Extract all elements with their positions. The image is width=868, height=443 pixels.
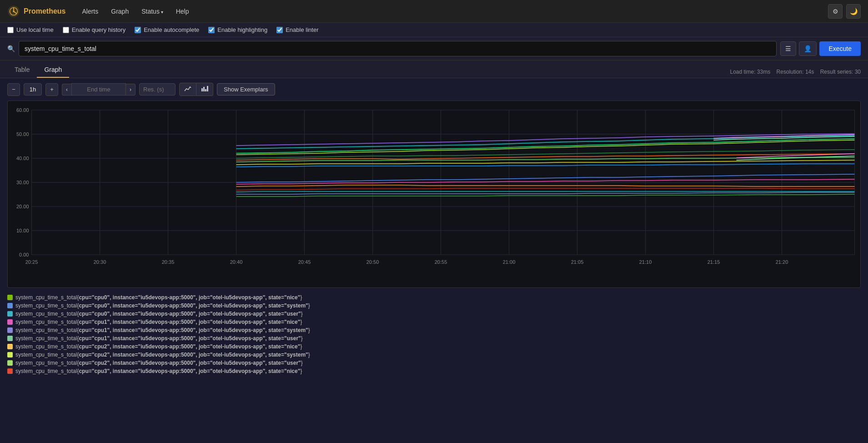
options-bar: Use local time Enable query history Enab… [0, 23, 868, 37]
duration-minus-button[interactable]: − [7, 83, 20, 96]
legend: system_cpu_time_s_total{cpu="cpu0", inst… [0, 288, 868, 381]
svg-text:20.00: 20.00 [16, 204, 29, 209]
nav-links: Alerts Graph Status Help [76, 5, 828, 18]
legend-color-swatch [7, 327, 13, 333]
search-input[interactable] [19, 41, 777, 56]
svg-rect-7 [9, 101, 859, 287]
enable-autocomplete-label: Enable autocomplete [144, 26, 199, 33]
metric-explore-button[interactable]: 👤 [799, 41, 817, 56]
svg-text:40.00: 40.00 [16, 156, 29, 161]
legend-color-swatch [7, 319, 13, 325]
duration-plus-button[interactable]: + [45, 83, 58, 96]
graph-controls: − 1h + ‹ › Show Exemplars [0, 78, 868, 101]
legend-text: system_cpu_time_s_total{cpu="cpu1", inst… [15, 327, 310, 333]
legend-color-swatch [7, 360, 13, 366]
enable-autocomplete-option[interactable]: Enable autocomplete [135, 26, 199, 33]
legend-item: system_cpu_time_s_total{cpu="cpu1", inst… [7, 318, 861, 326]
enable-linter-option[interactable]: Enable linter [276, 26, 318, 33]
svg-text:60.00: 60.00 [16, 107, 29, 113]
legend-text: system_cpu_time_s_total{cpu="cpu1", inst… [15, 335, 303, 342]
svg-text:10.00: 10.00 [16, 228, 29, 233]
legend-color-swatch [7, 368, 13, 374]
svg-text:20:30: 20:30 [94, 259, 106, 265]
prometheus-logo-icon [7, 5, 20, 18]
legend-item: system_cpu_time_s_total{cpu="cpu3", inst… [7, 367, 861, 375]
nav-alerts[interactable]: Alerts [76, 5, 104, 18]
legend-color-swatch [7, 303, 13, 308]
svg-text:21:10: 21:10 [639, 259, 652, 265]
legend-item: system_cpu_time_s_total{cpu="cpu2", inst… [7, 342, 861, 351]
enable-highlighting-option[interactable]: Enable highlighting [208, 26, 267, 33]
svg-text:30.00: 30.00 [16, 180, 29, 185]
tab-table[interactable]: Table [7, 62, 37, 78]
svg-text:20:50: 20:50 [366, 259, 379, 265]
navbar: Prometheus Alerts Graph Status Help ⚙ 🌙 [0, 0, 868, 23]
chart-container: 60.00 50.00 40.00 30.00 20.00 10.00 0.00… [7, 101, 861, 288]
svg-text:21:15: 21:15 [707, 259, 720, 265]
load-time: Load time: 33ms [730, 69, 771, 75]
svg-rect-4 [203, 87, 205, 91]
legend-item: system_cpu_time_s_total{cpu="cpu0", inst… [7, 310, 861, 318]
legend-item: system_cpu_time_s_total{cpu="cpu1", inst… [7, 334, 861, 342]
brand-name: Prometheus [24, 7, 65, 15]
legend-item: system_cpu_time_s_total{cpu="cpu2", inst… [7, 359, 861, 367]
svg-text:21:05: 21:05 [571, 259, 584, 265]
enable-highlighting-label: Enable highlighting [217, 26, 267, 33]
enable-linter-label: Enable linter [286, 26, 318, 33]
theme-button[interactable]: 🌙 [846, 4, 861, 19]
svg-text:20:25: 20:25 [25, 259, 38, 265]
legend-text: system_cpu_time_s_total{cpu="cpu2", inst… [15, 352, 310, 358]
chart-svg: 60.00 50.00 40.00 30.00 20.00 10.00 0.00… [8, 101, 860, 287]
nav-status[interactable]: Status [136, 5, 168, 18]
end-time-group: ‹ › [62, 83, 135, 96]
settings-button[interactable]: ⚙ [828, 4, 843, 19]
show-exemplars-button[interactable]: Show Exemplars [217, 83, 275, 96]
legend-text: system_cpu_time_s_total{cpu="cpu1", inst… [15, 319, 302, 325]
bar-chart-button[interactable] [196, 83, 213, 96]
legend-text: system_cpu_time_s_total{cpu="cpu2", inst… [15, 343, 302, 350]
use-local-time-option[interactable]: Use local time [7, 26, 54, 33]
search-bar: 🔍 ☰ 👤 Execute [0, 37, 868, 60]
bar-chart-icon [201, 86, 208, 92]
legend-color-swatch [7, 336, 13, 341]
svg-text:21:00: 21:00 [503, 259, 516, 265]
legend-text: system_cpu_time_s_total{cpu="cpu0", inst… [15, 302, 310, 309]
legend-item: system_cpu_time_s_total{cpu="cpu0", inst… [7, 293, 861, 302]
line-chart-button[interactable] [179, 83, 196, 96]
legend-item: system_cpu_time_s_total{cpu="cpu2", inst… [7, 351, 861, 359]
tab-graph[interactable]: Graph [37, 62, 69, 78]
nav-help[interactable]: Help [171, 5, 195, 18]
resolution-input[interactable] [139, 83, 176, 96]
enable-autocomplete-checkbox[interactable] [135, 27, 141, 33]
enable-linter-checkbox[interactable] [276, 27, 283, 33]
enable-query-history-label: Enable query history [72, 26, 126, 33]
legend-color-swatch [7, 352, 13, 357]
svg-rect-5 [205, 89, 206, 91]
end-time-input[interactable] [71, 83, 126, 96]
use-local-time-label: Use local time [16, 26, 54, 33]
duration-display: 1h [24, 83, 42, 96]
legend-item: system_cpu_time_s_total{cpu="cpu1", inst… [7, 326, 861, 334]
enable-query-history-option[interactable]: Enable query history [63, 26, 126, 33]
legend-color-swatch [7, 295, 13, 300]
execute-button[interactable]: Execute [819, 41, 861, 56]
enable-highlighting-checkbox[interactable] [208, 27, 215, 33]
enable-query-history-checkbox[interactable] [63, 27, 69, 33]
query-options-button[interactable]: ☰ [780, 41, 796, 56]
nav-graph[interactable]: Graph [105, 5, 134, 18]
brand-logo[interactable]: Prometheus [7, 5, 65, 18]
tab-meta: Load time: 33ms Resolution: 14s Result s… [730, 69, 861, 75]
end-time-next-button[interactable]: › [126, 84, 135, 96]
legend-item: system_cpu_time_s_total{cpu="cpu0", inst… [7, 302, 861, 310]
search-icon: 🔍 [7, 45, 15, 52]
svg-rect-6 [207, 86, 208, 91]
svg-text:20:40: 20:40 [230, 259, 243, 265]
legend-text: system_cpu_time_s_total{cpu="cpu3", inst… [15, 368, 302, 374]
legend-text: system_cpu_time_s_total{cpu="cpu2", inst… [15, 360, 303, 366]
legend-text: system_cpu_time_s_total{cpu="cpu0", inst… [15, 294, 302, 301]
result-series: Result series: 30 [820, 69, 861, 75]
end-time-prev-button[interactable]: ‹ [62, 84, 71, 96]
use-local-time-checkbox[interactable] [7, 27, 14, 33]
svg-rect-3 [201, 88, 203, 91]
legend-color-swatch [7, 311, 13, 317]
